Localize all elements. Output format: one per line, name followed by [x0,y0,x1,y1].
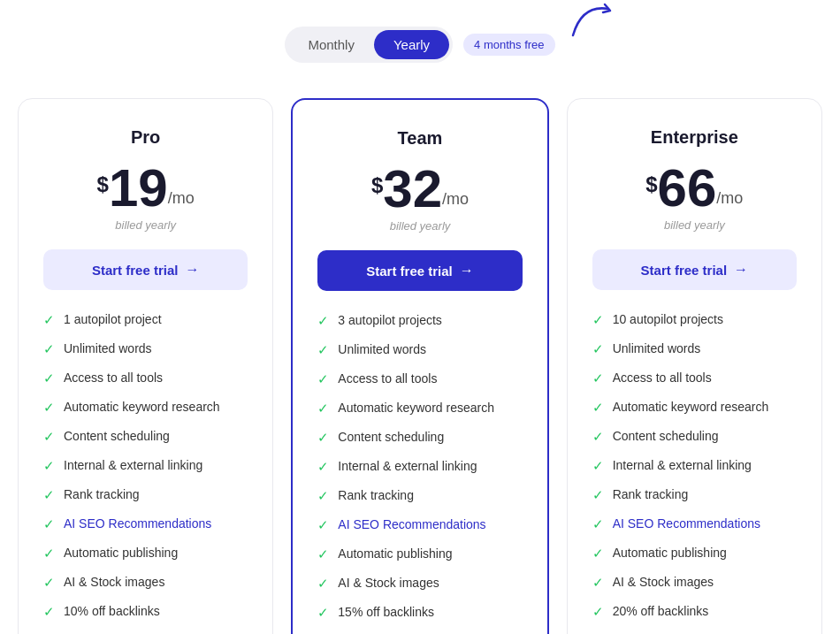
cta-arrow-icon: → [185,262,199,278]
feature-text: AI & Stock images [613,574,714,590]
feature-text: Rank tracking [338,487,414,503]
billed-label: billed yearly [592,218,797,232]
feature-text: 10% off backlinks [64,603,160,619]
price-row: $ 66 /mo [592,162,797,215]
check-icon: ✓ [43,400,55,416]
feature-text: Internal & external linking [613,457,752,473]
price-row: $ 19 /mo [43,162,248,215]
feature-item: ✓ AI & Stock images [43,574,248,591]
check-icon: ✓ [317,517,329,533]
feature-item: ✓ 3 autopilot projects [317,312,522,329]
cta-button-enterprise[interactable]: Start free trial → [592,249,797,290]
features-list: ✓ 1 autopilot project ✓ Unlimited words … [43,311,248,620]
feature-item: ✓ AI & Stock images [317,575,522,592]
check-icon: ✓ [43,604,55,620]
feature-item: ✓ Automatic keyword research [592,399,797,416]
check-icon: ✓ [592,575,604,591]
cta-arrow-icon: → [734,262,748,278]
check-icon: ✓ [43,312,55,328]
check-icon: ✓ [592,341,604,357]
feature-item: ✓ 15% off backlinks [317,604,522,621]
feature-text: Access to all tools [613,370,712,386]
feature-text: AI SEO Recommendations [338,516,485,532]
feature-text: Automatic publishing [613,545,727,561]
check-icon: ✓ [592,429,604,445]
billing-toggle: Monthly Yearly 4 months free [285,27,554,63]
feature-item: ✓ AI & Stock images [592,574,797,591]
price-period: /mo [442,190,469,209]
yearly-toggle-button[interactable]: Yearly [374,30,449,59]
check-icon: ✓ [317,576,329,592]
feature-item: ✓ Unlimited words [43,340,248,357]
free-months-badge: 4 months free [463,34,555,56]
feature-text: Access to all tools [338,370,437,386]
feature-item: ✓ Unlimited words [592,340,797,357]
plan-card-enterprise: Enterprise $ 66 /mo billed yearly Start … [567,98,822,634]
plan-card-pro: Pro $ 19 /mo billed yearly Start free tr… [18,98,273,634]
check-icon: ✓ [317,313,329,329]
price-period: /mo [716,189,743,208]
price-dollar-sign: $ [371,173,383,198]
plan-name: Pro [43,127,248,148]
feature-item: ✓ Access to all tools [317,370,522,387]
check-icon: ✓ [317,430,329,446]
check-icon: ✓ [592,370,604,386]
feature-item: ✓ Access to all tools [592,370,797,386]
check-icon: ✓ [592,312,604,328]
feature-item: ✓ Rank tracking [317,487,522,504]
check-icon: ✓ [317,401,329,416]
price-dollar-sign: $ [97,172,109,197]
feature-item: ✓ Internal & external linking [592,457,797,474]
price-period: /mo [168,189,195,208]
feature-text: AI & Stock images [64,574,164,590]
feature-text: Automatic publishing [338,546,452,561]
features-list: ✓ 3 autopilot projects ✓ Unlimited words… [317,312,522,621]
check-icon: ✓ [317,488,329,504]
feature-text: 10 autopilot projects [613,311,723,327]
check-icon: ✓ [592,400,604,416]
monthly-toggle-button[interactable]: Monthly [288,30,374,59]
feature-item: ✓ 1 autopilot project [43,311,248,328]
check-icon: ✓ [317,459,329,475]
check-icon: ✓ [592,487,604,503]
check-icon: ✓ [592,604,604,620]
feature-item: ✓ Content scheduling [592,428,797,445]
feature-text: Internal & external linking [64,457,202,473]
feature-text: Rank tracking [64,486,140,502]
check-icon: ✓ [43,429,55,445]
check-icon: ✓ [317,371,329,387]
cta-button-team[interactable]: Start free trial → [317,250,522,291]
features-list: ✓ 10 autopilot projects ✓ Unlimited word… [592,311,797,620]
feature-item: ✓ 10 autopilot projects [592,311,797,328]
feature-text: 15% off backlinks [338,604,434,620]
check-icon: ✓ [592,546,604,561]
check-icon: ✓ [43,458,55,474]
cta-arrow-icon: → [460,263,474,279]
feature-item: ✓ Rank tracking [43,486,248,503]
feature-text: Content scheduling [613,428,719,444]
feature-text: AI SEO Recommendations [613,516,760,531]
price-number: 66 [658,162,717,215]
feature-item: ✓ 10% off backlinks [43,603,248,620]
check-icon: ✓ [317,342,329,358]
cta-button-pro[interactable]: Start free trial → [43,249,248,290]
feature-text: Access to all tools [64,370,163,386]
feature-text: Unlimited words [613,340,701,356]
feature-item: ✓ Unlimited words [317,341,522,358]
arrow-decoration [564,0,617,44]
feature-text: Unlimited words [64,340,152,356]
feature-text: Rank tracking [613,486,689,502]
check-icon: ✓ [43,575,55,591]
feature-text: AI SEO Recommendations [64,516,211,531]
check-icon: ✓ [592,458,604,474]
price-row: $ 32 /mo [317,163,522,216]
feature-text: 20% off backlinks [613,603,709,619]
cta-label: Start free trial [92,263,179,278]
feature-text: Content scheduling [338,429,444,445]
feature-item: ✓ Internal & external linking [317,458,522,475]
feature-item: ✓ Automatic keyword research [43,399,248,416]
billed-label: billed yearly [43,218,248,232]
feature-text: Automatic publishing [64,545,178,561]
check-icon: ✓ [43,516,55,532]
plan-card-team: Team $ 32 /mo billed yearly Start free t… [291,98,548,634]
